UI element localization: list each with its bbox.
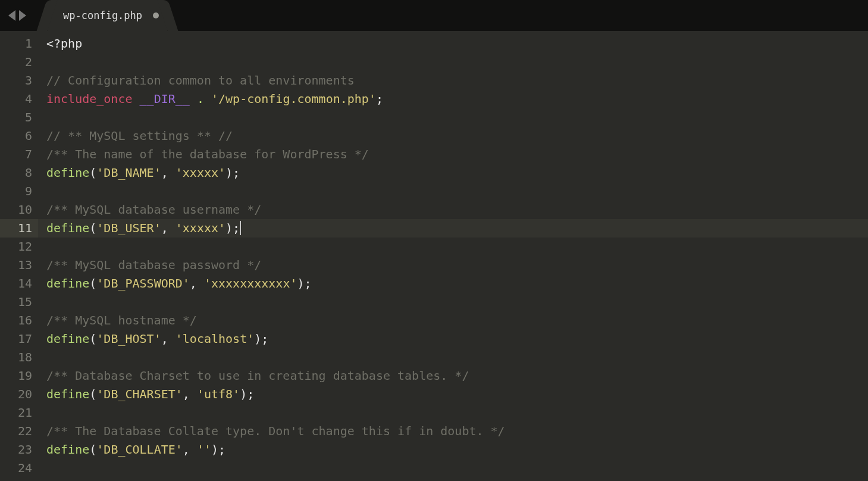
keyword-define: define bbox=[46, 387, 89, 401]
keyword-define: define bbox=[46, 165, 89, 180]
string: 'DB_COLLATE' bbox=[96, 442, 183, 457]
editor-window: wp-config.php 1 2 3 4 5 6 7 8 9 10 11 12… bbox=[0, 0, 868, 481]
line-number: 4 bbox=[0, 90, 32, 108]
line-number: 1 bbox=[0, 35, 32, 53]
code-line bbox=[46, 53, 868, 71]
code-line: include_once __DIR__ . '/wp-config.commo… bbox=[46, 90, 868, 108]
code-line bbox=[46, 182, 868, 201]
comment: // ** MySQL settings ** // bbox=[46, 129, 233, 143]
code-line: define('DB_USER', 'xxxxx'); bbox=[38, 219, 868, 238]
comment: /** The Database Collate type. Don't cha… bbox=[46, 424, 505, 438]
line-number: 8 bbox=[0, 164, 32, 182]
line-number: 23 bbox=[0, 441, 32, 459]
line-number-gutter: 1 2 3 4 5 6 7 8 9 10 11 12 13 14 15 16 1… bbox=[0, 31, 38, 481]
dirty-indicator-icon bbox=[153, 13, 159, 18]
comment: /** The name of the database for WordPre… bbox=[46, 147, 369, 161]
keyword-define: define bbox=[46, 221, 89, 235]
line-number: 6 bbox=[0, 127, 32, 145]
nav-arrows bbox=[0, 0, 36, 31]
line-number: 13 bbox=[0, 256, 32, 274]
line-number: 9 bbox=[0, 182, 32, 201]
comment: // Configuration common to all environme… bbox=[46, 73, 355, 88]
line-number: 14 bbox=[0, 274, 32, 293]
string: 'DB_CHARSET' bbox=[96, 387, 183, 401]
line-number: 7 bbox=[0, 145, 32, 164]
code-line: define('DB_HOST', 'localhost'); bbox=[46, 330, 868, 348]
line-number: 16 bbox=[0, 311, 32, 330]
tab-wp-config[interactable]: wp-config.php bbox=[48, 0, 167, 31]
code-line bbox=[46, 238, 868, 256]
string: 'xxxxxxxxxxx' bbox=[204, 276, 297, 291]
string: 'xxxxx' bbox=[176, 221, 225, 235]
code-line: define('DB_NAME', 'xxxxx'); bbox=[46, 164, 868, 182]
code-line: /** MySQL hostname */ bbox=[46, 311, 868, 330]
nav-forward-icon[interactable] bbox=[19, 10, 26, 21]
code-line bbox=[46, 459, 868, 477]
line-number: 12 bbox=[0, 238, 32, 256]
text-cursor-icon bbox=[240, 221, 241, 235]
code-line: /** The Database Collate type. Don't cha… bbox=[46, 422, 868, 441]
string: 'DB_USER' bbox=[96, 221, 161, 235]
string: 'xxxxx' bbox=[176, 165, 225, 180]
code-line: // ** MySQL settings ** // bbox=[46, 127, 868, 145]
nav-back-icon[interactable] bbox=[8, 10, 15, 21]
line-number: 2 bbox=[0, 53, 32, 71]
code-line: /** MySQL database username */ bbox=[46, 201, 868, 219]
comment: /** MySQL database username */ bbox=[46, 202, 261, 217]
line-number: 21 bbox=[0, 404, 32, 422]
comment: /** MySQL hostname */ bbox=[46, 313, 197, 327]
string: 'DB_PASSWORD' bbox=[96, 276, 190, 291]
code-line bbox=[46, 293, 868, 311]
keyword-define: define bbox=[46, 442, 89, 457]
semicolon: ; bbox=[376, 92, 383, 106]
line-number: 15 bbox=[0, 293, 32, 311]
code-line bbox=[46, 404, 868, 422]
code-line: /** Database Charset to use in creating … bbox=[46, 367, 868, 385]
line-number: 22 bbox=[0, 422, 32, 441]
concat-op: . bbox=[190, 92, 211, 106]
code-line: /** MySQL database password */ bbox=[46, 256, 868, 274]
magic-dir: __DIR__ bbox=[140, 92, 190, 106]
string: '' bbox=[197, 442, 211, 457]
tab-bar: wp-config.php bbox=[0, 0, 868, 31]
comment: /** Database Charset to use in creating … bbox=[46, 368, 469, 383]
code-line: define('DB_COLLATE', ''); bbox=[46, 441, 868, 459]
keyword-define: define bbox=[46, 332, 89, 346]
editor-area: 1 2 3 4 5 6 7 8 9 10 11 12 13 14 15 16 1… bbox=[0, 31, 868, 481]
code-area[interactable]: <?php // Configuration common to all env… bbox=[38, 31, 868, 481]
comment: /** MySQL database password */ bbox=[46, 258, 261, 272]
string: 'localhost' bbox=[176, 332, 254, 346]
line-number: 24 bbox=[0, 459, 32, 477]
keyword-include: include_once bbox=[46, 92, 133, 106]
line-number: 10 bbox=[0, 201, 32, 219]
tab-label: wp-config.php bbox=[63, 10, 142, 21]
code-line: <?php bbox=[46, 35, 868, 53]
string: '/wp-config.common.php' bbox=[211, 92, 376, 106]
keyword-define: define bbox=[46, 276, 89, 291]
line-number: 5 bbox=[0, 108, 32, 127]
code-line bbox=[46, 348, 868, 367]
code-line: /** The name of the database for WordPre… bbox=[46, 145, 868, 164]
string: 'DB_HOST' bbox=[96, 332, 161, 346]
line-number: 20 bbox=[0, 385, 32, 404]
code-line: // Configuration common to all environme… bbox=[46, 71, 868, 90]
php-open-tag: <?php bbox=[46, 36, 82, 51]
line-number: 11 bbox=[0, 219, 38, 238]
line-number: 19 bbox=[0, 367, 32, 385]
code-line: define('DB_PASSWORD', 'xxxxxxxxxxx'); bbox=[46, 274, 868, 293]
code-line bbox=[46, 108, 868, 127]
line-number: 18 bbox=[0, 348, 32, 367]
line-number: 17 bbox=[0, 330, 32, 348]
string: 'DB_NAME' bbox=[96, 165, 161, 180]
code-line: define('DB_CHARSET', 'utf8'); bbox=[46, 385, 868, 404]
line-number: 3 bbox=[0, 71, 32, 90]
string: 'utf8' bbox=[197, 387, 240, 401]
